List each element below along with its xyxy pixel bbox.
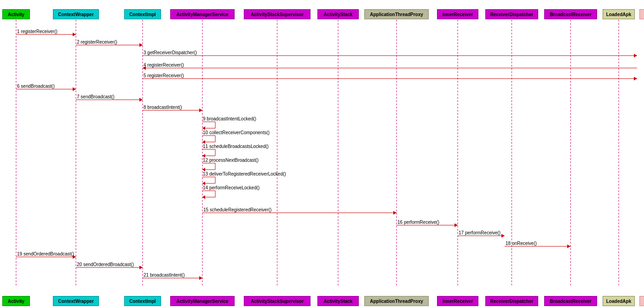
lifeline-bottom-contextwrapper: ContextWrapper: [53, 296, 99, 306]
svg-marker-27: [199, 108, 202, 112]
message-label-8: 8 broadcastIntent(): [144, 105, 182, 110]
message-label-20: 20 sendOrderedBroadcast(): [77, 262, 134, 267]
svg-marker-17: [634, 54, 637, 57]
diagram-container: 1 registerReceiver()2 registerReceiver()…: [0, 0, 644, 307]
lifeline-bottom-receiverdispatcher: ReceiverDispatcher: [485, 296, 538, 306]
lifeline-top-broadcastreceiver: BroadcastReceiver: [544, 9, 597, 19]
lifeline-top-activitymanagerservice: ActivityManagerService: [170, 9, 235, 19]
lifeline-bottom-broadcastreceiver: BroadcastReceiver: [544, 296, 597, 306]
lifeline-top-activitystacksupervisor: ActivityStackSupervisor: [244, 9, 310, 19]
lifeline-bottom-applicationthreadproxy: ApplicationThreadProxy: [364, 296, 429, 306]
message-label-15: 15 scheduleRegisteredReceiver(): [203, 207, 271, 212]
svg-marker-21: [634, 77, 637, 80]
message-label-21: 21 broadcastIntent(): [144, 273, 185, 278]
svg-marker-23: [73, 87, 76, 91]
svg-text:10 collectReceiverComponents(): 10 collectReceiverComponents(): [203, 130, 270, 135]
lifeline-bottom-activitymanagerservice: ActivityManagerService: [170, 296, 235, 306]
message-label-6: 6 sendBroadcast(): [17, 84, 55, 89]
svg-text:13 deliverToRegisteredReceiver: 13 deliverToRegisteredReceiverLocked(): [203, 171, 286, 176]
svg-marker-13: [73, 33, 76, 36]
svg-marker-61: [454, 223, 458, 227]
lifeline-top-activity: Activity: [2, 9, 30, 19]
lifeline-top-activitymanagerproxy: ActivityManagerProxy: [639, 9, 644, 19]
lifeline-top-contextimpl: ContextImpl: [124, 9, 161, 19]
message-label-2: 2 registerReceiver(): [77, 40, 117, 45]
svg-marker-41: [202, 154, 205, 158]
svg-marker-71: [199, 276, 202, 280]
lifeline-bottom-innerreceiver: InnerReceiver: [437, 296, 478, 306]
lifeline-bottom-loadedapk: LoadedApk: [603, 296, 635, 306]
message-label-1: 1 registerReceiver(): [17, 29, 58, 34]
svg-text:12 processNextBroadcast(): 12 processNextBroadcast(): [203, 158, 259, 163]
svg-text:14 performReceiveLocked(): 14 performReceiveLocked(): [203, 185, 259, 190]
svg-marker-63: [501, 234, 505, 238]
message-label-19: 19 sendOrderedBroadcast(): [17, 251, 74, 256]
svg-marker-51: [202, 182, 205, 185]
lifeline-bottom-activitystack: ActivityStack: [317, 296, 359, 306]
svg-marker-19: [143, 66, 146, 70]
message-label-4: 4 registerReceiver(): [144, 63, 184, 68]
lifeline-top-activitystack: ActivityStack: [317, 9, 359, 19]
message-label-7: 7 sendBroadcast(): [77, 94, 115, 99]
message-label-3: 3 getReceiverDispatcher(): [144, 50, 197, 55]
lifeline-top-innerreceiver: InnerReceiver: [437, 9, 478, 19]
svg-marker-31: [202, 126, 205, 130]
svg-marker-46: [202, 168, 205, 171]
svg-marker-15: [139, 43, 143, 47]
svg-marker-67: [73, 255, 76, 259]
lifeline-top-applicationthreadproxy: ApplicationThreadProxy: [364, 9, 429, 19]
lifeline-top-receiverdispatcher: ReceiverDispatcher: [485, 9, 538, 19]
message-label-5: 5 registerReceiver(): [144, 73, 184, 78]
svg-marker-59: [393, 211, 397, 215]
lifeline-bottom-activitymanagerproxy: ActivityManagerProxy: [639, 296, 644, 306]
svg-marker-56: [202, 195, 205, 199]
message-label-17: 17 performReceive(): [459, 230, 500, 235]
lifeline-top-contextwrapper: ContextWrapper: [53, 9, 99, 19]
message-label-18: 18 onReceive(): [506, 241, 537, 246]
lifeline-bottom-activity: Activity: [2, 296, 30, 306]
svg-marker-69: [139, 266, 143, 269]
svg-text:11 scheduleBroadcastsLocked(): 11 scheduleBroadcastsLocked(): [203, 144, 269, 149]
lifeline-bottom-contextimpl: ContextImpl: [124, 296, 161, 306]
diagram-title: [0, 0, 644, 4]
svg-text:9 broadcastIntentLocked(): 9 broadcastIntentLocked(): [203, 116, 256, 121]
lifeline-top-loadedapk: LoadedApk: [603, 9, 635, 19]
lifeline-bottom-activitystacksupervisor: ActivityStackSupervisor: [244, 296, 310, 306]
svg-marker-25: [139, 98, 143, 102]
svg-marker-36: [202, 140, 205, 144]
message-label-16: 16 performReceive(): [397, 220, 439, 225]
svg-marker-65: [567, 244, 570, 248]
arrows-svg: 1 registerReceiver()2 registerReceiver()…: [0, 0, 644, 307]
